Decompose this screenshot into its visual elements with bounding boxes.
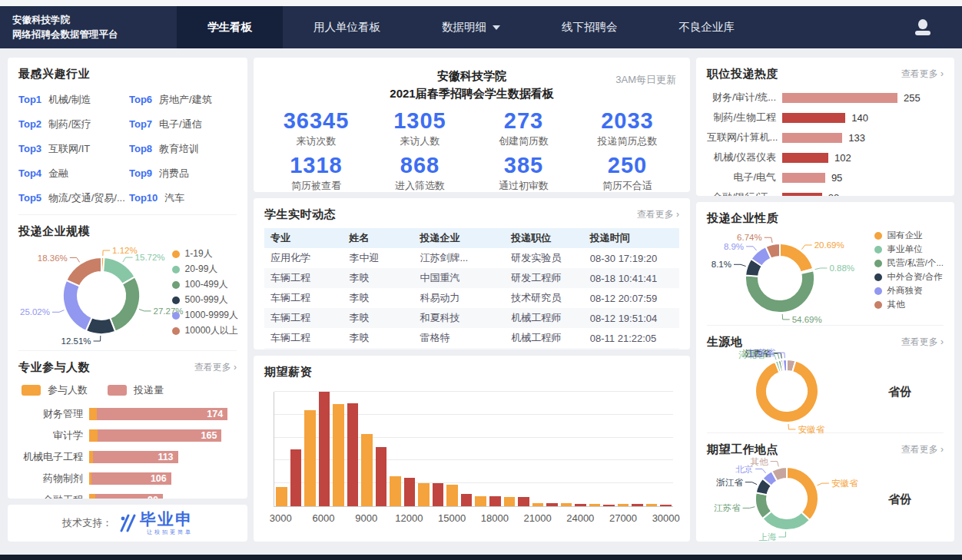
label-leader-line bbox=[103, 250, 110, 256]
stat-label: 通过初审数 bbox=[472, 179, 576, 192]
stat-item: 868进入筛选数 bbox=[368, 153, 472, 192]
legend-swatch-icon bbox=[22, 385, 41, 396]
table-cell: 李映 bbox=[343, 288, 414, 308]
histogram-bar bbox=[475, 496, 486, 506]
legend-item[interactable]: 1000-9999人 bbox=[172, 309, 238, 322]
label-leader-line bbox=[815, 268, 828, 270]
bar-label: 互联网/计算机... bbox=[707, 131, 782, 144]
histogram-bar bbox=[532, 503, 544, 506]
stat-value: 868 bbox=[368, 153, 472, 178]
legend-item[interactable]: 中外合资/合作 bbox=[874, 271, 944, 283]
middle-column: 安徽科技学院 2021届春季招聘会学生数据看板 3AM每日更新 36345来访次… bbox=[254, 58, 690, 555]
slice-label: 安徽省 bbox=[831, 479, 858, 488]
right-panel-card: 投递企业性质 20.69%0.88%54.69%8.1%8.9%6.74% 国有… bbox=[696, 202, 954, 542]
table-cell: 08-12 19:51:04 bbox=[584, 308, 679, 328]
histogram-bar bbox=[304, 410, 316, 506]
nav-tab[interactable]: 学生看板 bbox=[177, 6, 283, 48]
table-cell: 应用化学 bbox=[264, 248, 343, 268]
legend-item[interactable]: 10000人以上 bbox=[172, 324, 238, 337]
label-leader-line bbox=[801, 245, 811, 250]
legend-item[interactable]: 500-999人 bbox=[172, 293, 238, 307]
industry-rank: Top1 bbox=[18, 94, 41, 105]
stat-value: 250 bbox=[576, 153, 679, 178]
x-tick-label: 15000 bbox=[438, 512, 466, 524]
work-location-axis-label: 省份 bbox=[888, 492, 911, 507]
table-cell: 技术研究员 bbox=[505, 288, 584, 308]
histogram-bar bbox=[561, 503, 572, 506]
legend-dot-icon bbox=[874, 246, 882, 253]
stat-item: 385通过初审数 bbox=[472, 153, 576, 192]
legend-label: 中外合资/合作 bbox=[887, 271, 943, 283]
company-nature-donut-chart: 20.69%0.88%54.69%8.1%8.9%6.74% bbox=[707, 227, 849, 326]
interest-top-list: Top1机械/制造Top6房地产/建筑Top2制药/医疗Top7电子/通信Top… bbox=[18, 93, 237, 205]
biyeshen-logo-icon bbox=[118, 514, 137, 532]
slice-label: 8.9% bbox=[724, 242, 744, 251]
legend-dot-icon bbox=[874, 232, 882, 240]
nav-tab[interactable]: 数据明细 bbox=[411, 6, 531, 48]
section-title: 期望薪资 bbox=[264, 365, 679, 379]
majors-view-more-link[interactable]: 查看更多 › bbox=[194, 361, 237, 374]
bar bbox=[782, 193, 822, 197]
legend-item[interactable]: 投递量 bbox=[108, 383, 164, 397]
bar-row: 财务/审计/统...255 bbox=[707, 91, 944, 104]
legend-dot-icon bbox=[172, 312, 180, 320]
work-location-view-more-link[interactable]: 查看更多 › bbox=[901, 443, 944, 456]
x-axis-labels: 3000600090001200015000180002100024000270… bbox=[274, 510, 673, 525]
label-leader-line bbox=[70, 258, 80, 263]
origin-view-more-link[interactable]: 查看更多 › bbox=[901, 336, 944, 349]
legend-item[interactable]: 100-499人 bbox=[172, 278, 238, 291]
table-cell: 科易动力 bbox=[413, 288, 505, 308]
industry-label: 电子/通信 bbox=[159, 118, 202, 130]
stat-value: 36345 bbox=[264, 108, 368, 134]
donut-slice bbox=[110, 277, 140, 331]
legend-item[interactable]: 民营/私营/个... bbox=[874, 257, 944, 269]
student-activity-table: 专业姓名投递企业投递职位投递时间应用化学李中迎江苏剑牌...研发实验员08-30… bbox=[264, 228, 679, 350]
label-leader-line bbox=[755, 469, 766, 473]
bar-value: 133 bbox=[848, 132, 865, 144]
legend-item[interactable]: 国有企业 bbox=[874, 230, 944, 241]
table-header-cell: 姓名 bbox=[343, 228, 414, 248]
table-header-row: 专业姓名投递企业投递职位投递时间 bbox=[264, 228, 679, 248]
deliveries-segment: 165 bbox=[98, 429, 222, 442]
table-header-cell: 投递企业 bbox=[413, 228, 505, 248]
table-cell: 和夏科技 bbox=[413, 308, 505, 328]
section-title: 职位投递热度 bbox=[707, 67, 778, 81]
bar-label: 机械/仪器仪表 bbox=[707, 151, 782, 164]
stat-value: 1305 bbox=[368, 108, 472, 134]
nav-tab[interactable]: 用人单位看板 bbox=[283, 6, 411, 48]
donut-slice bbox=[63, 280, 91, 331]
student-activity-card: 学生实时动态 查看更多 › 专业姓名投递企业投递职位投递时间应用化学李中迎江苏剑… bbox=[254, 198, 690, 350]
table-cell: 研发实验员 bbox=[505, 248, 584, 268]
histogram-bar bbox=[632, 504, 643, 506]
legend-item[interactable]: 事业单位 bbox=[874, 244, 944, 255]
bar-value: 255 bbox=[904, 92, 921, 104]
industry-rank-item: Top6房地产/建筑 bbox=[129, 93, 237, 107]
histogram-bar bbox=[575, 504, 586, 506]
legend-item[interactable]: 20-99人 bbox=[172, 263, 238, 276]
user-menu-button[interactable] bbox=[914, 6, 931, 48]
table-cell: 08-30 17:19:20 bbox=[584, 248, 679, 268]
nav-tab[interactable]: 不良企业库 bbox=[649, 6, 766, 48]
bar-label: 财务/审计/统... bbox=[707, 91, 782, 104]
activity-view-more-link[interactable]: 查看更多 › bbox=[637, 208, 679, 221]
section-title: 学生实时动态 bbox=[264, 207, 336, 222]
nav-tab[interactable]: 线下招聘会 bbox=[531, 6, 649, 48]
legend-item[interactable]: 参与人数 bbox=[22, 383, 88, 397]
table-cell: 中国重汽 bbox=[413, 268, 505, 288]
slice-label: 20.69% bbox=[814, 240, 844, 250]
section-title: 投递企业规模 bbox=[18, 224, 237, 239]
histogram-bars bbox=[274, 392, 673, 506]
table-cell: 车辆工程 bbox=[264, 348, 343, 350]
position-heat-view-more-link[interactable]: 查看更多 › bbox=[901, 68, 944, 81]
legend-label: 20-99人 bbox=[185, 263, 218, 276]
legend-item[interactable]: 其他 bbox=[874, 299, 944, 310]
stat-value: 2033 bbox=[576, 108, 679, 134]
bar-label: 审计学 bbox=[18, 429, 89, 442]
bar-label: 机械电子工程 bbox=[18, 450, 89, 464]
legend-dot-icon bbox=[874, 301, 882, 309]
legend-item[interactable]: 1-19人 bbox=[172, 247, 238, 260]
histogram-bar bbox=[603, 505, 615, 506]
table-cell: 李中迎 bbox=[343, 248, 414, 268]
legend-item[interactable]: 外商独资 bbox=[874, 285, 944, 297]
company-size-section: 投递企业规模 1.12%15.72%27.27%12.51%25.02%18.3… bbox=[8, 215, 247, 350]
